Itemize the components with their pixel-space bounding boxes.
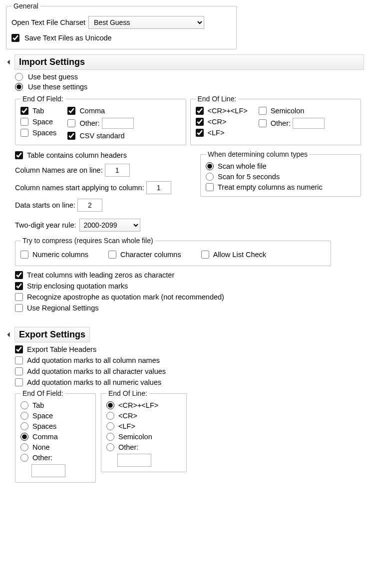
eof-other-input[interactable] xyxy=(102,118,134,129)
export-eol-crlf-radio[interactable] xyxy=(106,401,114,409)
table-headers-checkbox[interactable] xyxy=(15,151,23,159)
disclosure-triangle-icon xyxy=(7,60,12,65)
eol-other-checkbox[interactable] xyxy=(259,119,267,127)
treat-empty-checkbox[interactable] xyxy=(206,183,214,191)
apostrophe-checkbox[interactable] xyxy=(15,293,23,301)
general-legend: General xyxy=(11,2,40,10)
quote-charvals-checkbox[interactable] xyxy=(15,367,23,375)
export-eof-spaces-radio[interactable] xyxy=(20,422,28,430)
export-settings-title: Export Settings xyxy=(14,327,90,342)
eol-cr-checkbox[interactable] xyxy=(196,118,204,126)
data-starts-label: Data starts on line: xyxy=(15,201,75,209)
eof-other-label: Other: xyxy=(79,119,99,127)
import-settings-body: Use best guess Use these settings End Of… xyxy=(15,73,361,312)
export-eol-other-input[interactable] xyxy=(117,454,151,467)
two-digit-year-label: Two-digit year rule: xyxy=(15,221,76,229)
scan-five-label: Scan for 5 seconds xyxy=(218,173,280,181)
export-eof-other-radio[interactable] xyxy=(20,454,28,462)
eol-semicolon-checkbox[interactable] xyxy=(259,107,267,115)
column-types-legend: When determining column types xyxy=(206,150,310,158)
export-eol-other-radio[interactable] xyxy=(106,443,114,451)
export-eof-other-input[interactable] xyxy=(31,464,65,477)
regional-label: Use Regional Settings xyxy=(27,304,98,312)
export-eof-other-label: Other: xyxy=(32,454,52,462)
export-eof-legend: End Of Field: xyxy=(20,389,65,397)
col-names-line-input[interactable] xyxy=(105,164,130,177)
export-eof-none-radio[interactable] xyxy=(20,443,28,451)
eof-space-checkbox[interactable] xyxy=(20,118,28,126)
use-best-guess-radio[interactable] xyxy=(15,73,23,81)
two-digit-year-select[interactable]: 2000-2099 xyxy=(79,219,140,232)
export-headers-checkbox[interactable] xyxy=(15,345,23,353)
eof-other-checkbox[interactable] xyxy=(67,119,75,127)
eof-spaces-checkbox[interactable] xyxy=(20,129,28,137)
export-eof-tab-radio[interactable] xyxy=(20,401,28,409)
quote-numvals-label: Add quotation marks to all numeric value… xyxy=(27,378,161,386)
export-eof-comma-label: Comma xyxy=(32,433,58,441)
use-these-settings-radio[interactable] xyxy=(15,83,23,91)
scan-whole-label: Scan whole file xyxy=(218,162,267,170)
export-eol-lf-radio[interactable] xyxy=(106,422,114,430)
apostrophe-label: Recognize apostrophe as quotation mark (… xyxy=(27,293,224,301)
save-unicode-label: Save Text Files as Unicode xyxy=(24,34,112,42)
column-types-fieldset: When determining column types Scan whole… xyxy=(200,150,361,197)
eol-lf-checkbox[interactable] xyxy=(196,129,204,137)
compress-numeric-checkbox[interactable] xyxy=(20,251,28,259)
eol-crlf-label: <CR>+<LF> xyxy=(208,107,248,115)
regional-checkbox[interactable] xyxy=(15,304,23,312)
eof-csv-checkbox[interactable] xyxy=(67,132,75,140)
compress-character-checkbox[interactable] xyxy=(108,251,116,259)
export-settings-body: Export Table Headers Add quotation marks… xyxy=(15,345,361,483)
export-eol-cr-label: <CR> xyxy=(118,412,137,420)
eof-comma-checkbox[interactable] xyxy=(67,107,75,115)
quote-charvals-label: Add quotation marks to all character val… xyxy=(27,367,166,375)
export-eol-legend: End Of Line: xyxy=(106,389,149,397)
compress-allowlist-checkbox[interactable] xyxy=(201,251,209,259)
export-eol-other-label: Other: xyxy=(118,443,138,451)
quote-colnames-label: Add quotation marks to all column names xyxy=(27,356,160,364)
export-eof-none-label: None xyxy=(32,443,50,451)
col-names-start-label: Column names start applying to column: xyxy=(15,184,144,192)
disclosure-triangle-icon xyxy=(7,332,12,337)
eol-lf-label: <LF> xyxy=(208,129,225,137)
export-eol-cr-radio[interactable] xyxy=(106,412,114,420)
quote-colnames-checkbox[interactable] xyxy=(15,356,23,364)
quote-numvals-checkbox[interactable] xyxy=(15,378,23,386)
compress-numeric-label: Numeric columns xyxy=(32,251,88,259)
import-settings-title: Import Settings xyxy=(14,54,364,70)
compress-fieldset: Try to compress (requires Scan whole fil… xyxy=(15,237,331,266)
eol-crlf-checkbox[interactable] xyxy=(196,107,204,115)
general-fieldset: General Open Text File Charset Best Gues… xyxy=(6,2,237,49)
eof-space-label: Space xyxy=(32,118,53,126)
leading-zeros-checkbox[interactable] xyxy=(15,271,23,279)
data-starts-input[interactable] xyxy=(77,199,102,212)
scan-whole-radio[interactable] xyxy=(206,162,214,170)
eol-other-input[interactable] xyxy=(293,118,325,129)
strip-quotes-checkbox[interactable] xyxy=(15,282,23,290)
eof-csv-label: CSV standard xyxy=(79,132,124,140)
export-eof-fieldset: End Of Field: Tab Space Spaces Comma Non… xyxy=(15,389,96,483)
export-eol-lf-label: <LF> xyxy=(118,422,135,430)
export-eof-space-label: Space xyxy=(32,412,53,420)
eol-cr-label: <CR> xyxy=(208,118,227,126)
compress-character-label: Character columns xyxy=(120,251,181,259)
compress-legend: Try to compress (requires Scan whole fil… xyxy=(20,237,155,245)
export-eof-comma-radio[interactable] xyxy=(20,433,28,441)
export-headers-label: Export Table Headers xyxy=(27,345,96,353)
export-settings-header[interactable]: Export Settings xyxy=(7,327,364,342)
import-eol-fieldset: End Of Line: <CR>+<LF> <CR> <LF> Semicol… xyxy=(190,95,362,145)
export-eol-crlf-label: <CR>+<LF> xyxy=(118,401,158,409)
import-settings-header[interactable]: Import Settings xyxy=(7,54,364,70)
save-unicode-checkbox[interactable] xyxy=(11,34,19,42)
export-eof-tab-label: Tab xyxy=(32,401,44,409)
strip-quotes-label: Strip enclosing quotation marks xyxy=(27,282,128,290)
open-charset-select[interactable]: Best Guess xyxy=(88,16,204,29)
eof-spaces-label: Spaces xyxy=(32,129,56,137)
eol-other-label: Other: xyxy=(271,119,291,127)
scan-five-radio[interactable] xyxy=(206,173,214,181)
export-eof-space-radio[interactable] xyxy=(20,412,28,420)
export-eol-semicolon-radio[interactable] xyxy=(106,433,114,441)
eof-tab-checkbox[interactable] xyxy=(20,107,28,115)
import-eof-fieldset: End Of Field: Tab Space Spaces Comma Oth… xyxy=(15,95,186,145)
col-names-start-input[interactable] xyxy=(146,181,171,194)
